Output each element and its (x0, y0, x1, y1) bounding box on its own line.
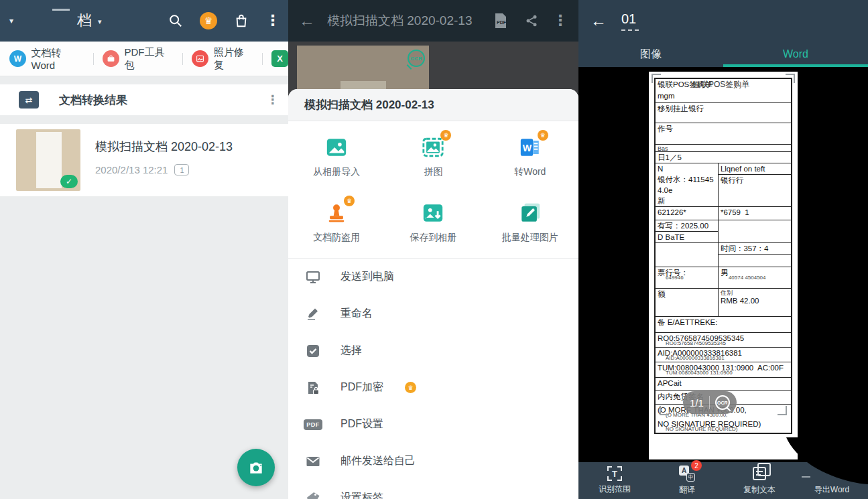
action-collage[interactable]: ♛ 拼图 (385, 124, 481, 190)
page-count-badge: 1 (174, 164, 189, 175)
receipt-row: 有写：2025.00D BaTE (656, 220, 791, 243)
receipt-cell: 有写：2025.00D BaTE (656, 220, 718, 242)
copy-text-button[interactable]: 复制文本 (723, 462, 796, 499)
back-icon[interactable]: ← (299, 11, 315, 30)
receipt-text-line: 新 (656, 196, 718, 206)
cloud-synced-icon: ✓ (60, 175, 78, 188)
action-label: PDF加密 (340, 380, 383, 395)
receipt-row: 621226**6759 1 (656, 207, 791, 220)
receipt-row: 移别挂止银行 (656, 103, 791, 123)
back-icon[interactable]: ← (591, 11, 607, 30)
premium-crown-icon: ♛ (405, 382, 416, 393)
album-import-icon (324, 135, 349, 159)
receipt-text-line (719, 220, 791, 221)
panel-document-list: ▾ 档▾ ♛ ⋮ W 文档转Word (0, 0, 288, 499)
tool-excel[interactable]: X (271, 50, 288, 67)
action-anti-theft[interactable]: ♛ 文档防盗用 (288, 190, 385, 255)
action-send-to-pc[interactable]: 发送到电脑 (288, 259, 578, 295)
tool-photo-repair[interactable]: 照片修复 (192, 46, 253, 72)
ocr-zoom-icon[interactable]: OCR (715, 395, 730, 410)
premium-crown-icon: ♛ (440, 130, 451, 141)
action-rename[interactable]: 重命名 (288, 295, 578, 332)
receipt-cell: 男40574 4504504 (718, 267, 791, 288)
receipt-cell (718, 220, 791, 242)
action-save-to-album[interactable]: 保存到相册 (385, 190, 481, 255)
tool-label: PDF工具包 (125, 46, 174, 72)
editable-title[interactable]: 01 (621, 11, 639, 31)
action-label: 重命名 (340, 307, 373, 321)
left-app-bar: ▾ 档▾ ♛ ⋮ (0, 0, 288, 42)
receipt-text-line: 40574 4504504 (727, 274, 791, 281)
ocr-page-viewport[interactable]: 银联POS签购单银联POS签购单mgm移别挂止银行作号Bas日1／5N银付水：4… (578, 67, 868, 462)
receipt-paper-dimmed (340, 81, 386, 89)
receipt-row: Bas (656, 145, 791, 152)
receipt-text-line: APCait (656, 378, 791, 388)
page-indicator-pill[interactable]: 1/1 OCR (683, 391, 737, 414)
actions-bottom-sheet: 模拟扫描文档 2020-02-13 从相册导入 ♛ 拼图 (288, 89, 578, 499)
action-pdf-settings[interactable]: PDF PDF设置 (288, 406, 578, 443)
ocr-bottom-toolbar: T 识别范围 A 中 2 翻译 复制文本 导出Word (578, 462, 868, 499)
crop-corner-icon (778, 406, 787, 415)
tab-image[interactable]: 图像 (578, 42, 723, 67)
tag-icon (304, 490, 322, 499)
briefcase-icon (103, 50, 119, 67)
section-title: 文档转换结果 (59, 92, 127, 108)
save-image-icon (421, 201, 445, 225)
premium-crown-icon: ♛ (538, 130, 548, 141)
search-icon[interactable] (166, 11, 185, 30)
crop-corner-icon (652, 74, 661, 83)
ocr-badge-icon: OCR (408, 50, 425, 67)
right-app-bar: ← 01 (578, 0, 868, 42)
receipt-text-line: mgm (656, 90, 791, 101)
copy-icon (751, 466, 767, 482)
action-label: 文档防盗用 (313, 232, 360, 244)
action-email-to-self[interactable]: 邮件发送给自己 (288, 443, 578, 480)
receipt-cell: RO0:5765874509535345RO0:5765874509535345 (656, 333, 791, 347)
pdf-file-icon[interactable]: PDF (491, 11, 510, 30)
share-icon[interactable] (522, 11, 541, 30)
action-import-from-album[interactable]: 从相册导入 (288, 124, 385, 190)
blob-dash-artifact (802, 476, 810, 478)
action-batch-process[interactable]: 批量处理图片 (482, 190, 578, 255)
action-label: 拼图 (424, 166, 442, 178)
action-label: 转Word (514, 166, 546, 178)
action-set-tags[interactable]: 设置标签 (288, 480, 578, 499)
action-select[interactable]: 选择 (288, 332, 578, 369)
receipt-text-line: 621226* (656, 207, 718, 218)
action-pdf-encrypt[interactable]: PDF加密 ♛ (288, 369, 578, 406)
receipt-row: AID:A000000333816381AID:A000000333816381 (656, 348, 791, 362)
chevron-down-icon[interactable]: ▾ (9, 16, 13, 25)
premium-crown-icon[interactable]: ♛ (200, 12, 217, 29)
action-label: 邮件发送给自己 (340, 454, 416, 468)
shopping-bag-icon[interactable] (232, 11, 251, 30)
screenshot-root: ▾ 档▾ ♛ ⋮ W 文档转Word (0, 0, 868, 499)
result-tabs: 图像 Word (578, 42, 868, 67)
sheet-title-bar: 模拟扫描文档 2020-02-13 (288, 89, 578, 121)
receipt-text-line: Llqnef on teft (719, 163, 791, 175)
receipt-text-line: 住别 (719, 289, 791, 295)
receipt-text-line: RMB 42.00 (719, 295, 791, 306)
tool-doc-to-word[interactable]: W 文档转Word (9, 47, 84, 71)
receipt-cell: 银联POS签购单银联POS签购单mgm (656, 79, 791, 102)
chevron-down-icon: ▾ (98, 17, 103, 25)
recognize-area-button[interactable]: T 识别范围 (578, 462, 651, 499)
receipt-row: APCait (656, 378, 791, 391)
camera-fab[interactable] (237, 449, 275, 486)
tab-word[interactable]: Word (723, 42, 868, 67)
document-title: 模拟扫描文档 2020-02-13 (327, 12, 479, 29)
document-list-item[interactable]: ✓ 模拟扫描文档 2020-02-13 2020/2/13 12:21 1 (0, 124, 288, 196)
conversion-results-header[interactable]: ⇄ 文档转换结果 ⋮ (0, 84, 288, 115)
tool-pdf-kit[interactable]: PDF工具包 (103, 46, 174, 72)
overflow-menu-icon[interactable]: ⋮ (553, 13, 568, 28)
checkbox-icon (304, 342, 322, 360)
folder-title[interactable]: 档▾ (77, 11, 103, 31)
translate-button[interactable]: A 中 2 翻译 (651, 462, 723, 499)
word-icon: W (9, 50, 26, 67)
premium-crown-icon: ♛ (344, 196, 355, 206)
overflow-menu-icon[interactable]: ⋮ (265, 13, 280, 28)
export-word-button[interactable]: 导出Word (796, 462, 868, 499)
action-to-word[interactable]: W ♛ 转Word (482, 124, 578, 190)
receipt-text-line: 作号 (656, 123, 791, 134)
section-overflow-icon[interactable]: ⋮ (267, 94, 279, 106)
panel-document-actions: ← 模拟扫描文档 2020-02-13 PDF ⋮ OCR 模拟扫描文档 202… (288, 0, 578, 499)
